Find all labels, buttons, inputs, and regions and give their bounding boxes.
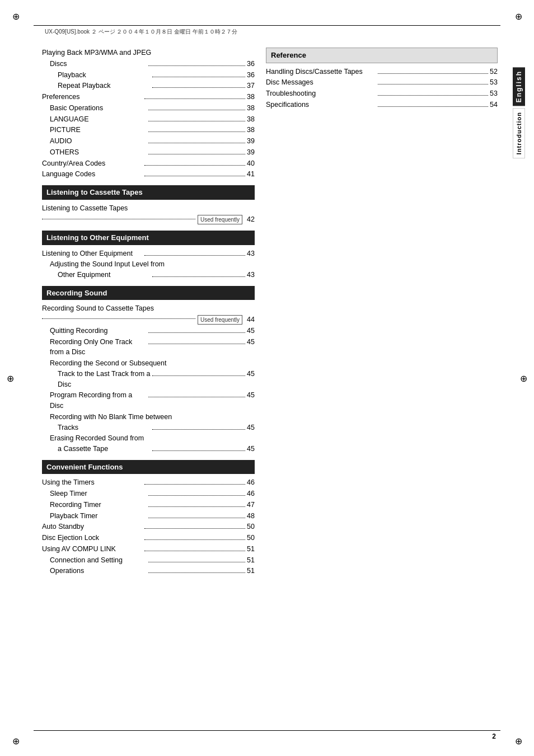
dots	[144, 176, 245, 176]
dots	[152, 77, 245, 77]
dots	[148, 495, 245, 496]
basic-ops-page: 38	[247, 103, 255, 114]
toc-language-codes: Language Codes 41	[42, 169, 255, 180]
toc-erasing-1: Erasing Recorded Sound from	[42, 433, 255, 444]
disc-messages-page: 53	[490, 77, 498, 88]
section-other-equip-header: Listening to Other Equipment	[42, 231, 255, 245]
dots	[148, 110, 245, 110]
dots	[148, 65, 245, 66]
toc-auto-standby: Auto Standby 50	[42, 522, 255, 532]
dots	[144, 255, 245, 256]
dots	[148, 132, 245, 132]
preferences-text: Preferences	[42, 92, 143, 102]
section-cassette-header: Listening to Cassette Tapes	[42, 185, 255, 200]
toc-timers: Using the Timers 46	[42, 477, 255, 488]
recording-title-text: Recording Sound to Cassette Tapes	[42, 304, 154, 312]
operations-text: Operations	[50, 566, 147, 576]
header-file-info: UX-Q09[US].book ２ ページ ２００４年１０月８日 金曜日 午前１…	[45, 28, 237, 36]
adj-sound-text-2: Other Equipment	[58, 270, 151, 280]
header-bar	[34, 25, 500, 26]
sidebar-right: English Introduction	[503, 67, 534, 689]
toc-recording-cassette: Recording Sound to Cassette Tapes	[42, 303, 255, 314]
toc-cassette-dots-row: Used frequently 42	[42, 214, 255, 225]
dots	[148, 506, 245, 507]
sleep-page: 46	[247, 489, 255, 499]
timers-page: 46	[247, 477, 255, 488]
dots	[152, 450, 245, 451]
repeat-text: Repeat Playback	[58, 81, 151, 91]
adj-sound-page: 43	[247, 270, 255, 280]
country-page: 40	[247, 158, 255, 169]
second-track-text-2: Track to the Last Track from a Disc	[58, 369, 151, 390]
toc-no-blank-2: Tracks 45	[42, 422, 255, 433]
timers-text: Using the Timers	[42, 477, 143, 488]
sidebar-intro-label: Introduction	[513, 108, 525, 158]
specifications-page: 54	[490, 100, 498, 110]
toc-disc-lock: Disc Ejection Lock 50	[42, 533, 255, 543]
sleep-text: Sleep Timer	[50, 489, 147, 499]
reg-mark-left: ⊕	[7, 373, 14, 383]
playback-text: Playback	[58, 70, 151, 81]
others-text: OTHERS	[50, 147, 147, 158]
av-compu-text: Using AV COMPU LINK	[42, 544, 143, 555]
dots	[148, 154, 245, 154]
recording-dots	[42, 318, 195, 319]
auto-standby-page: 50	[247, 522, 255, 532]
toc-erasing-2: a Cassette Tape 45	[42, 444, 255, 454]
second-track-text-1: Recording the Second or Subsequent	[50, 359, 166, 367]
handling-discs-text: Handling Discs/Cassette Tapes	[266, 67, 376, 77]
toc-one-track: Recording Only One Track from a Disc 45	[42, 337, 255, 358]
toc-language: LANGUAGE 38	[42, 114, 255, 125]
page-number: 2	[492, 732, 496, 740]
sidebar-english-label: English	[513, 67, 525, 106]
play-timer-text: Playback Timer	[50, 511, 147, 522]
language-text: LANGUAGE	[50, 114, 147, 125]
toc-basic-ops: Basic Operations 38	[42, 103, 255, 114]
toc-playback: Playback 36	[42, 70, 255, 81]
audio-text: AUDIO	[50, 136, 147, 147]
cassette-title-text: Listening to Cassette Tapes	[42, 204, 128, 212]
lang-codes-page: 41	[247, 169, 255, 180]
toc-adj-sound-1: Adjusting the Sound Input Level from	[42, 259, 255, 270]
dots	[152, 375, 245, 376]
toc-second-track-1: Recording the Second or Subsequent	[42, 358, 255, 369]
no-blank-text-2: Tracks	[58, 422, 151, 433]
other-equip-text: Listening to Other Equipment	[42, 248, 143, 259]
audio-page: 39	[247, 136, 255, 147]
toc-picture: PICTURE 38	[42, 125, 255, 135]
connection-text: Connection and Setting	[50, 555, 147, 566]
dots	[148, 572, 245, 573]
lang-codes-text: Language Codes	[42, 169, 143, 180]
operations-page: 51	[247, 566, 255, 576]
toc-rec-timer: Recording Timer 47	[42, 500, 255, 510]
right-column: Reference Handling Discs/Cassette Tapes …	[266, 48, 498, 722]
dots	[144, 551, 245, 551]
toc-mp3-title: Playing Back MP3/WMA and JPEG	[42, 48, 255, 58]
main-content: Playing Back MP3/WMA and JPEG Discs 36 P…	[42, 48, 498, 722]
toc-troubleshooting: Troubleshooting 53	[266, 88, 498, 99]
dots	[144, 484, 245, 485]
section-recording-header: Recording Sound	[42, 286, 255, 300]
one-track-page: 45	[247, 337, 255, 348]
others-page: 39	[247, 147, 255, 158]
rec-timer-page: 47	[247, 500, 255, 510]
toc-other-equip: Listening to Other Equipment 43	[42, 248, 255, 259]
toc-sleep-timer: Sleep Timer 46	[42, 489, 255, 499]
toc-no-blank-1: Recording with No Blank Time between	[42, 412, 255, 422]
dots	[148, 518, 245, 518]
connection-page: 51	[247, 555, 255, 566]
corner-mark-tr	[514, 11, 523, 20]
toc-second-track-2: Track to the Last Track from a Disc 45	[42, 369, 255, 390]
toc-play-timer: Playback Timer 48	[42, 511, 255, 522]
disc-messages-text: Disc Messages	[266, 77, 376, 88]
toc-quitting: Quitting Recording 45	[42, 326, 255, 336]
section-convenient-header: Convenient Functions	[42, 460, 255, 475]
erasing-text-2: a Cassette Tape	[58, 444, 151, 454]
dots	[148, 121, 245, 121]
mp3-title-text: Playing Back MP3/WMA and JPEG	[42, 48, 255, 58]
dots	[378, 106, 488, 107]
corner-mark-br	[514, 736, 523, 745]
toc-country: Country/Area Codes 40	[42, 158, 255, 169]
disc-lock-page: 50	[247, 533, 255, 543]
specifications-text: Specifications	[266, 100, 376, 110]
